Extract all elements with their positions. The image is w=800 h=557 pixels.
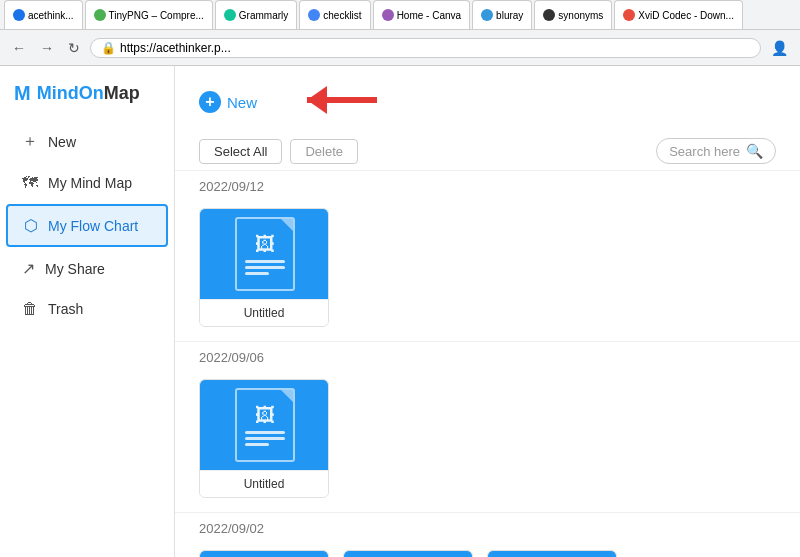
section-date-3: 2022/09/02	[175, 512, 800, 540]
tab-label-5: Home - Canva	[397, 10, 461, 21]
logo-text: MindOnMap	[37, 83, 140, 104]
flowchart-icon: ⬡	[24, 216, 38, 235]
logo: M MindOnMap	[0, 76, 174, 119]
lock-icon: 🔒	[101, 41, 116, 55]
tab-favicon	[13, 9, 25, 21]
card-1[interactable]: 🖼 Untitled	[199, 208, 329, 327]
cards-row-2: 🖼 Untitled	[175, 369, 800, 512]
plus-icon: ＋	[22, 131, 38, 152]
card-thumb-2: 🖼	[200, 380, 329, 470]
cards-row-3: 🖼	[175, 540, 800, 557]
card-3b[interactable]: 🖼	[343, 550, 473, 557]
tab-label-6: bluray	[496, 10, 523, 21]
tab-favicon-2	[94, 9, 106, 21]
nav-forward[interactable]: →	[36, 38, 58, 58]
tab-favicon-4	[308, 9, 320, 21]
card-2[interactable]: 🖼 Untitled	[199, 379, 329, 498]
browser-tab-4[interactable]: checklist	[299, 0, 370, 29]
tab-favicon-6	[481, 9, 493, 21]
search-icon: 🔍	[746, 143, 763, 159]
browser-tab-5[interactable]: Home - Canva	[373, 0, 470, 29]
browser-tab-bar: acethink... TinyPNG – Compre... Grammarl…	[0, 0, 800, 30]
new-btn-circle: +	[199, 91, 221, 113]
app-container: M MindOnMap ＋ New 🗺 My Mind Map ⬡ My Flo…	[0, 66, 800, 557]
browser-tab-8[interactable]: XviD Codec - Down...	[614, 0, 743, 29]
delete-button[interactable]: Delete	[290, 139, 358, 164]
tab-favicon-8	[623, 9, 635, 21]
card-3a[interactable]: 🖼	[199, 550, 329, 557]
sidebar-trash-label: Trash	[48, 301, 83, 317]
new-button-label: New	[227, 94, 257, 111]
toolbar-left: Select All Delete	[199, 139, 358, 164]
nav-back[interactable]: ←	[8, 38, 30, 58]
tab-label-7: synonyms	[558, 10, 603, 21]
sidebar: M MindOnMap ＋ New 🗺 My Mind Map ⬡ My Flo…	[0, 66, 175, 557]
search-placeholder: Search here	[669, 144, 740, 159]
card-thumb-1: 🖼	[200, 209, 329, 299]
browser-tab-3[interactable]: Grammarly	[215, 0, 297, 29]
card-thumb-3b: 🖼	[344, 551, 473, 557]
address-input[interactable]: 🔒 https://acethinker.p...	[90, 38, 761, 58]
sidebar-share-label: My Share	[45, 261, 105, 277]
search-box[interactable]: Search here 🔍	[656, 138, 776, 164]
main-header: + New	[175, 66, 800, 132]
browser-tab-2[interactable]: TinyPNG – Compre...	[85, 0, 213, 29]
tab-favicon-3	[224, 9, 236, 21]
tab-favicon-7	[543, 9, 555, 21]
browser-address-bar: ← → ↻ 🔒 https://acethinker.p... 👤	[0, 30, 800, 66]
card-label-2: Untitled	[200, 470, 328, 497]
tab-label-8: XviD Codec - Down...	[638, 10, 734, 21]
card-label-1: Untitled	[200, 299, 328, 326]
logo-icon: M	[14, 82, 31, 105]
sidebar-mindmap-label: My Mind Map	[48, 175, 132, 191]
sidebar-item-trash[interactable]: 🗑 Trash	[6, 290, 168, 328]
sidebar-item-share[interactable]: ↗ My Share	[6, 249, 168, 288]
cards-row-1: 🖼 Untitled	[175, 198, 800, 341]
section-date-2: 2022/09/06	[175, 341, 800, 369]
main-content: + New Select All Delete Search here 🔍	[175, 66, 800, 557]
svg-marker-1	[307, 86, 327, 114]
profile-icon[interactable]: 👤	[767, 38, 792, 58]
card-3c[interactable]: 🖼	[487, 550, 617, 557]
browser-tab-active[interactable]: acethink...	[4, 0, 83, 29]
tab-favicon-5	[382, 9, 394, 21]
sidebar-item-mindmap[interactable]: 🗺 My Mind Map	[6, 164, 168, 202]
sidebar-item-flowchart[interactable]: ⬡ My Flow Chart	[6, 204, 168, 247]
select-all-button[interactable]: Select All	[199, 139, 282, 164]
tab-label-3: Grammarly	[239, 10, 288, 21]
address-text: https://acethinker.p...	[120, 41, 231, 55]
doc-icon-1: 🖼	[235, 217, 295, 291]
nav-refresh[interactable]: ↻	[64, 38, 84, 58]
sidebar-new-label: New	[48, 134, 76, 150]
section-date-1: 2022/09/12	[175, 170, 800, 198]
card-thumb-3a: 🖼	[200, 551, 329, 557]
new-button[interactable]: + New	[199, 91, 257, 113]
browser-tab-7[interactable]: synonyms	[534, 0, 612, 29]
card-thumb-3c: 🖼	[488, 551, 617, 557]
tab-label-4: checklist	[323, 10, 361, 21]
browser-tab-6[interactable]: bluray	[472, 0, 532, 29]
share-icon: ↗	[22, 259, 35, 278]
doc-icon-2: 🖼	[235, 388, 295, 462]
red-arrow	[277, 82, 397, 122]
trash-icon: 🗑	[22, 300, 38, 318]
sidebar-item-new[interactable]: ＋ New	[6, 121, 168, 162]
sidebar-flowchart-label: My Flow Chart	[48, 218, 138, 234]
tab-label: acethink...	[28, 10, 74, 21]
tab-label-2: TinyPNG – Compre...	[109, 10, 204, 21]
toolbar: Select All Delete Search here 🔍	[175, 132, 800, 170]
mindmap-icon: 🗺	[22, 174, 38, 192]
